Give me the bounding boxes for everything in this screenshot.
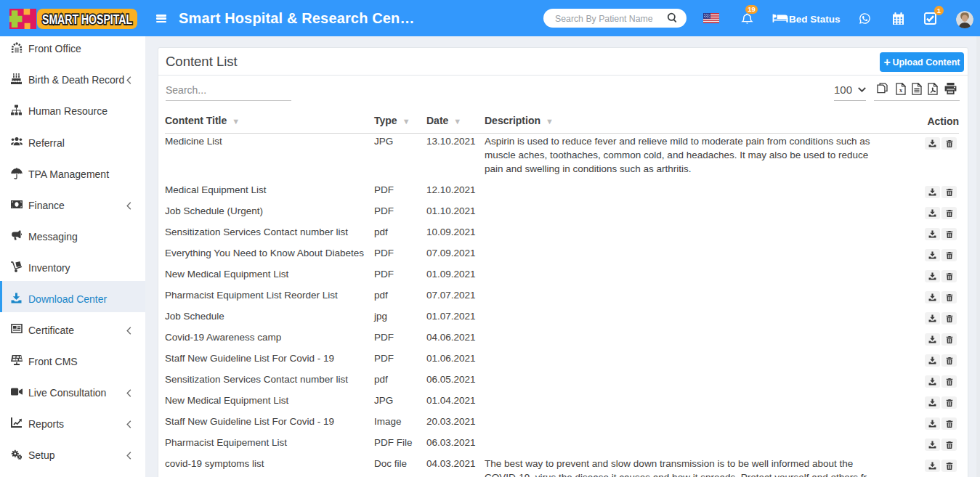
svg-text:SMART HOSPITAL: SMART HOSPITAL <box>42 12 132 27</box>
svg-text:x: x <box>899 86 902 94</box>
